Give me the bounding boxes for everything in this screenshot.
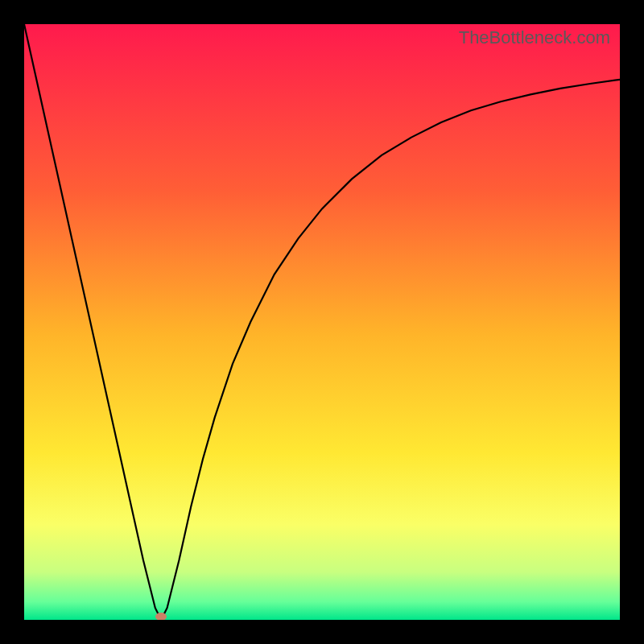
- watermark-text: TheBottleneck.com: [459, 27, 610, 48]
- optimal-point-marker: [155, 613, 167, 620]
- chart-container: TheBottleneck.com: [0, 0, 644, 644]
- bottleneck-curve: [24, 24, 620, 620]
- plot-area: TheBottleneck.com: [24, 24, 620, 620]
